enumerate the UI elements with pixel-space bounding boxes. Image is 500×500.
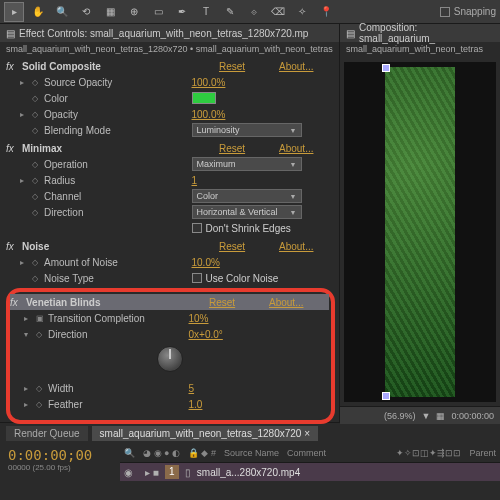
col-comment[interactable]: Comment — [287, 448, 326, 458]
keyframe-icon[interactable]: ◇ — [32, 258, 44, 267]
direction-dial[interactable] — [157, 346, 183, 372]
keyframe-icon[interactable]: ◇ — [32, 126, 44, 135]
collapse-icon[interactable]: ▸ — [24, 384, 36, 393]
effect-noise: fx Noise Reset About... ▸◇Amount of Nois… — [6, 238, 339, 286]
prop-source-opacity: ▸◇Source Opacity100.0% — [6, 74, 339, 90]
fx-toggle-icon[interactable]: fx — [6, 143, 18, 154]
tab-render-queue[interactable]: Render Queue — [6, 426, 88, 441]
collapse-icon[interactable]: ▾ — [24, 330, 36, 339]
prop-feather: ▸◇Feather1.0 — [10, 396, 329, 412]
checkbox-color-noise[interactable]: Use Color Noise — [192, 273, 340, 284]
track-row[interactable]: ◉▸ ■ 1 ▯ small_a...280x720.mp4 — [120, 463, 500, 481]
chevron-down-icon: ▼ — [290, 161, 297, 168]
main-toolbar: ▸ ✋ 🔍 ⟲ ▦ ⊕ ▭ ✒ T ✎ ⟐ ⌫ ✧ 📍 Snapping — [0, 0, 500, 24]
composition-path: small_aquarium_with_neon_tetras — [340, 42, 500, 58]
keyframe-icon[interactable]: ◇ — [32, 160, 44, 169]
about-link[interactable]: About... — [269, 297, 329, 308]
camera-tool-icon[interactable]: ▦ — [100, 2, 120, 22]
keyframe-icon[interactable]: ◇ — [32, 176, 44, 185]
preview-viewport[interactable] — [344, 62, 496, 402]
checkbox-dont-shrink[interactable]: Don't Shrink Edges — [192, 223, 340, 234]
rect-tool-icon[interactable]: ▭ — [148, 2, 168, 22]
reset-link[interactable]: Reset — [209, 297, 269, 308]
track-name: small_a...280x720.mp4 — [197, 467, 300, 478]
fx-toggle-icon[interactable]: fx — [10, 297, 22, 308]
brush-tool-icon[interactable]: ✎ — [220, 2, 240, 22]
value-width[interactable]: 5 — [189, 383, 330, 394]
value-source-opacity[interactable]: 100.0% — [192, 77, 340, 88]
preview-status-bar: (56.9%) ▼ ▦ 0:00:00:00 — [340, 406, 500, 424]
value-feather[interactable]: 1.0 — [189, 399, 330, 410]
color-swatch[interactable] — [192, 92, 216, 104]
fx-toggle-icon[interactable]: fx — [6, 241, 18, 252]
keyframe-icon[interactable]: ◇ — [32, 274, 44, 283]
collapse-icon[interactable]: ▸ — [20, 176, 32, 185]
selection-tool-icon[interactable]: ▸ — [4, 2, 24, 22]
prop-dont-shrink: Don't Shrink Edges — [6, 220, 339, 236]
collapse-icon[interactable]: ▸ — [24, 314, 36, 323]
pen-tool-icon[interactable]: ✒ — [172, 2, 192, 22]
col-parent[interactable]: Parent — [469, 448, 496, 458]
puppet-tool-icon[interactable]: 📍 — [316, 2, 336, 22]
video-icon: ▯ — [185, 467, 191, 478]
anchor-tool-icon[interactable]: ⊕ — [124, 2, 144, 22]
about-link[interactable]: About... — [279, 61, 339, 72]
prop-width: ▸◇Width5 — [10, 380, 329, 396]
keyframe-icon[interactable]: ▣ — [36, 314, 48, 323]
value-completion[interactable]: 10% — [189, 313, 330, 324]
dropdown-channel[interactable]: Color▼ — [192, 189, 302, 203]
about-link[interactable]: About... — [279, 241, 339, 252]
hand-tool-icon[interactable]: ✋ — [28, 2, 48, 22]
chevron-down-icon[interactable]: ▼ — [422, 411, 431, 421]
search-icon[interactable]: 🔍 — [124, 448, 135, 458]
dropdown-operation[interactable]: Maximum▼ — [192, 157, 302, 171]
collapse-icon[interactable]: ▸ — [20, 78, 32, 87]
reset-link[interactable]: Reset — [219, 241, 279, 252]
value-direction[interactable]: 0x+0.0° — [189, 329, 330, 340]
dropdown-direction[interactable]: Horizontal & Vertical▼ — [192, 205, 302, 219]
snapping-toggle[interactable]: Snapping — [440, 6, 496, 17]
effect-venetian-blinds: fx Venetian Blinds Reset About... ▸▣Tran… — [10, 294, 329, 412]
collapse-icon[interactable]: ▸ — [20, 110, 32, 119]
composition-tab[interactable]: ▤ Composition: small_aquarium_ — [340, 24, 500, 42]
effect-controls-tab[interactable]: ▤ Effect Controls: small_aquarium_with_n… — [0, 24, 339, 42]
effect-controls-title: Effect Controls: small_aquarium_with_neo… — [19, 28, 308, 39]
collapse-icon[interactable]: ▸ — [20, 258, 32, 267]
text-tool-icon[interactable]: T — [196, 2, 216, 22]
keyframe-icon[interactable]: ◇ — [32, 192, 44, 201]
zoom-tool-icon[interactable]: 🔍 — [52, 2, 72, 22]
keyframe-icon[interactable]: ◇ — [32, 78, 44, 87]
keyframe-icon[interactable]: ◇ — [36, 330, 48, 339]
value-radius[interactable]: 1 — [192, 175, 340, 186]
close-icon[interactable]: ▤ — [346, 28, 355, 39]
col-source-name[interactable]: Source Name — [224, 448, 279, 458]
roto-tool-icon[interactable]: ✧ — [292, 2, 312, 22]
collapse-icon[interactable]: ▸ — [24, 400, 36, 409]
eraser-tool-icon[interactable]: ⌫ — [268, 2, 288, 22]
zoom-readout[interactable]: (56.9%) — [384, 411, 416, 421]
snapping-label: Snapping — [454, 6, 496, 17]
keyframe-icon[interactable]: ◇ — [36, 384, 48, 393]
dropdown-blending-mode[interactable]: Luminosity▼ — [192, 123, 302, 137]
fx-toggle-icon[interactable]: fx — [6, 61, 18, 72]
value-amount-noise[interactable]: 10.0% — [192, 257, 340, 268]
about-link[interactable]: About... — [279, 143, 339, 154]
prop-blending-mode: ◇Blending ModeLuminosity▼ — [6, 122, 339, 138]
reset-link[interactable]: Reset — [219, 143, 279, 154]
composition-panel: ▤ Composition: small_aquarium_ small_aqu… — [340, 24, 500, 422]
keyframe-icon[interactable]: ◇ — [32, 110, 44, 119]
clone-tool-icon[interactable]: ⟐ — [244, 2, 264, 22]
reset-link[interactable]: Reset — [219, 61, 279, 72]
timecode-readout[interactable]: 0:00:00:00 — [451, 411, 494, 421]
value-opacity[interactable]: 100.0% — [192, 109, 340, 120]
prop-noise-type: ◇Noise TypeUse Color Noise — [6, 270, 339, 286]
track-index: 1 — [165, 465, 179, 479]
close-icon[interactable]: ▤ — [6, 28, 15, 39]
keyframe-icon[interactable]: ◇ — [32, 94, 44, 103]
rotate-tool-icon[interactable]: ⟲ — [76, 2, 96, 22]
tab-composition[interactable]: small_aquarium_with_neon_tetras_1280x720… — [92, 426, 318, 441]
grid-icon[interactable]: ▦ — [436, 411, 445, 421]
keyframe-icon[interactable]: ◇ — [32, 208, 44, 217]
keyframe-icon[interactable]: ◇ — [36, 400, 48, 409]
current-timecode[interactable]: 0:00:00;00 — [8, 447, 112, 463]
